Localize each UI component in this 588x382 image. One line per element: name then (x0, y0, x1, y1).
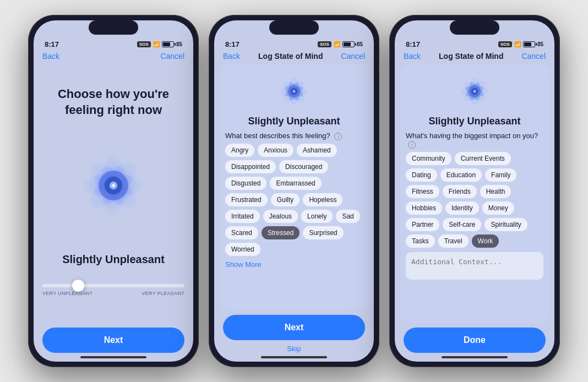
additional-context-field[interactable] (406, 252, 543, 280)
tag-friends[interactable]: Friends (443, 185, 477, 198)
screen1-feeling: Slightly Unpleasant (62, 253, 165, 266)
slider-labels: VERY UNPLEASANT VERY PLEASANT (42, 291, 184, 296)
screen1-content: Choose how you're feeling right now (34, 64, 193, 323)
next-button-2[interactable]: Next (223, 315, 365, 340)
status-bar-1: 8:17 SOS 📶 85 (34, 36, 193, 51)
dynamic-island-3 (450, 20, 499, 35)
svg-point-43 (474, 91, 475, 92)
home-indicator-3 (442, 356, 508, 358)
status-bar-2: 8:17 SOS 📶 85 (214, 36, 374, 51)
next-button-1[interactable]: Next (42, 328, 184, 353)
tag-worried[interactable]: Worried (225, 243, 260, 256)
status-bar-3: 8:17 SOS 📶 85 (395, 36, 554, 51)
tag-stressed[interactable]: Stressed (262, 226, 300, 239)
slider-left-label: VERY UNPLEASANT (42, 291, 92, 296)
phone-3: 8:17 SOS 📶 85 Back Log State of Mind Can… (389, 15, 560, 367)
tag-tasks[interactable]: Tasks (406, 234, 435, 248)
svg-point-31 (293, 91, 295, 92)
show-more-btn[interactable]: Show More (225, 260, 363, 269)
battery-2 (342, 41, 355, 47)
tag-hopeless[interactable]: Hopeless (303, 193, 342, 206)
tag-self-care[interactable]: Self-care (443, 218, 481, 231)
done-button[interactable]: Done (404, 328, 546, 353)
screen2-content: Slightly Unpleasant What best describes … (214, 64, 374, 310)
status-time-2: 8:17 (225, 40, 239, 48)
tag-jealous[interactable]: Jealous (263, 210, 298, 223)
tag-ashamed[interactable]: Ashamed (297, 144, 337, 157)
tag-hobbies[interactable]: Hobbies (406, 201, 442, 215)
screen3-tags: CommunityCurrent EventsDatingEducationFa… (406, 152, 543, 248)
tag-health[interactable]: Health (480, 185, 511, 198)
info-icon-2[interactable]: i (334, 133, 342, 140)
back-button-1[interactable]: Back (42, 52, 59, 61)
screen3-card: Slightly Unpleasant What's having the bi… (400, 64, 549, 323)
status-time-3: 8:17 (406, 40, 420, 48)
home-indicator-2 (261, 356, 327, 358)
tag-scared[interactable]: Scared (225, 226, 258, 239)
tag-current-events[interactable]: Current Events (455, 152, 511, 165)
info-icon-3[interactable]: i (408, 141, 416, 149)
battery-pct-2: 85 (357, 41, 363, 47)
status-icons-2: SOS 📶 85 (318, 41, 363, 47)
tag-angry[interactable]: Angry (225, 144, 254, 157)
slider-area[interactable]: VERY UNPLEASANT VERY PLEASANT (42, 284, 184, 296)
wifi-icon-3: 📶 (514, 41, 521, 47)
flower-visual-1 (64, 136, 163, 235)
nav-title-3: Log State of Mind (439, 52, 503, 61)
tag-disgusted[interactable]: Disgusted (225, 177, 266, 190)
slider-thumb[interactable] (72, 280, 84, 292)
phone-2: 8:17 SOS 📶 85 Back Log State of Mind Can… (209, 15, 379, 367)
slider-right-label: VERY PLEASANT (141, 291, 184, 296)
tag-guilty[interactable]: Guilty (271, 193, 300, 206)
screen2-bottom: Next Skip (214, 310, 374, 362)
tag-sad[interactable]: Sad (336, 210, 360, 223)
tag-irritated[interactable]: Irritated (225, 210, 260, 223)
sos-badge-2: SOS (318, 41, 331, 47)
tag-disappointed[interactable]: Disappointed (225, 160, 276, 173)
tag-family[interactable]: Family (485, 168, 516, 182)
dynamic-island-1 (89, 20, 138, 35)
tag-partner[interactable]: Partner (406, 218, 439, 231)
dynamic-island-2 (269, 20, 319, 35)
tag-money[interactable]: Money (482, 201, 514, 215)
screen3-question: What's having the biggest impact on you?… (406, 132, 543, 149)
status-time-1: 8:17 (45, 40, 59, 48)
status-icons-1: SOS 📶 85 (137, 41, 182, 47)
tag-anxious[interactable]: Anxious (258, 144, 293, 157)
tag-fitness[interactable]: Fitness (406, 185, 439, 198)
flower-visual-2 (272, 69, 316, 113)
slider-track[interactable] (42, 284, 184, 287)
tag-education[interactable]: Education (440, 168, 482, 182)
tag-identity[interactable]: Identity (445, 201, 479, 215)
tag-spirituality[interactable]: Spirituality (484, 218, 527, 231)
back-button-2[interactable]: Back (223, 52, 240, 61)
nav-title-2: Log State of Mind (258, 52, 323, 61)
tag-travel[interactable]: Travel (438, 234, 469, 248)
tag-dating[interactable]: Dating (406, 168, 437, 182)
skip-button[interactable]: Skip (223, 345, 365, 353)
cancel-button-1[interactable]: Cancel (160, 52, 184, 61)
cancel-button-2[interactable]: Cancel (341, 52, 365, 61)
battery-3 (523, 41, 535, 47)
battery-pct-1: 85 (176, 41, 182, 47)
tag-embarrassed[interactable]: Embarrassed (270, 177, 321, 190)
tag-work[interactable]: Work (472, 234, 499, 248)
wifi-icon-2: 📶 (334, 41, 340, 47)
cancel-button-3[interactable]: Cancel (521, 52, 546, 61)
tag-discouraged[interactable]: Discouraged (279, 160, 328, 173)
home-indicator-1 (80, 356, 146, 358)
screen3-feeling: Slightly Unpleasant (428, 116, 520, 127)
battery-pct-3: 85 (537, 41, 543, 47)
nav-bar-1: Back Cancel (34, 51, 193, 64)
tag-lonely[interactable]: Lonely (301, 210, 333, 223)
tag-surprised[interactable]: Surprised (303, 226, 343, 239)
screen2-feeling: Slightly Unpleasant (248, 116, 340, 127)
battery-1 (162, 41, 174, 47)
tag-frustrated[interactable]: Frustrated (225, 193, 268, 206)
sos-badge-1: SOS (137, 41, 151, 47)
tag-community[interactable]: Community (406, 152, 451, 165)
status-icons-3: SOS 📶 85 (498, 41, 543, 47)
screen1-heading: Choose how you're feeling right now (42, 86, 184, 118)
back-button-3[interactable]: Back (404, 52, 421, 61)
svg-point-19 (112, 184, 115, 187)
